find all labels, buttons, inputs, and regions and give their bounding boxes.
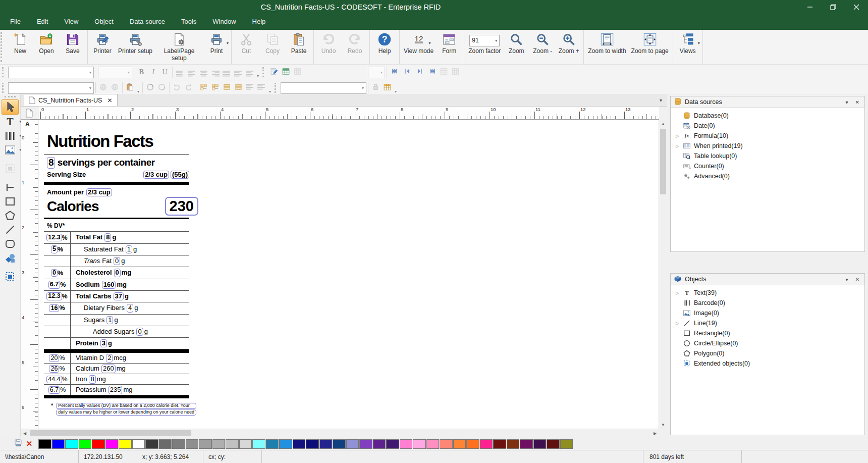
objects-item-line-19-[interactable]: ▷Line(19) <box>671 318 864 328</box>
zoom-to-width-button[interactable]: Zoom to width <box>585 31 628 56</box>
data-field[interactable]: 44.4 <box>46 376 62 384</box>
label-title[interactable]: Nutrition Facts <box>44 133 193 150</box>
edit-datasource-button[interactable] <box>268 67 280 78</box>
objects-item-rectangle-0-[interactable]: Rectangle(0) <box>671 328 864 338</box>
zoom--button[interactable]: Zoom + <box>556 31 582 56</box>
data-field[interactable]: 6.7 <box>48 281 60 289</box>
data-field[interactable]: 260 <box>101 365 116 373</box>
color-swatch[interactable] <box>400 439 413 449</box>
scroll-thumb[interactable] <box>660 129 666 194</box>
open-button[interactable]: Open <box>33 31 60 56</box>
objects-header[interactable]: Objects ▾ ✕ <box>671 274 864 285</box>
object-name-combo[interactable]: ▾ <box>8 82 94 94</box>
color-swatch[interactable] <box>480 439 493 449</box>
record-combo[interactable]: ▾ <box>368 67 385 78</box>
color-swatch[interactable] <box>440 439 453 449</box>
data-sources-item-formula-10-[interactable]: ▷fxFormula(10) <box>671 131 864 141</box>
objects-item-polygon-0-[interactable]: Polygon(0) <box>671 348 864 358</box>
color-swatch[interactable] <box>520 439 533 449</box>
align-top-button[interactable] <box>198 82 209 93</box>
data-field[interactable]: 8 <box>89 375 95 383</box>
color-swatch[interactable] <box>507 439 520 449</box>
zoom-button[interactable]: Zoom <box>503 31 529 56</box>
font-family-combo[interactable]: ▾ <box>8 67 94 78</box>
nutrient-row[interactable]: 12.3%Total Fat8g <box>44 232 189 243</box>
distribute-horizontal-button[interactable] <box>221 82 233 93</box>
color-swatch[interactable] <box>266 439 279 449</box>
toolbar-grip[interactable] <box>262 67 266 77</box>
rectangle-tool[interactable] <box>2 194 18 209</box>
nutrient-row[interactable]: Added Sugars0g <box>44 326 189 338</box>
scroll-down-icon[interactable]: ▼ <box>659 421 667 429</box>
color-swatch[interactable] <box>359 439 372 449</box>
color-swatch[interactable] <box>38 439 51 449</box>
nutrient-row[interactable]: 5%Saturated Fat1g <box>44 244 189 255</box>
toolbar-overflow-icon[interactable]: ▾ <box>257 74 259 80</box>
data-sources-item-database-0-[interactable]: Database(0) <box>671 111 864 121</box>
nutrient-row[interactable]: 12.3%Total Carbs37g <box>44 291 189 302</box>
nutrient-row[interactable]: Trans Fat0g <box>44 255 189 267</box>
data-field[interactable]: 20 <box>49 354 59 363</box>
line-tool[interactable] <box>2 180 18 194</box>
previous-record-button[interactable] <box>401 67 413 78</box>
zoom-factor-button[interactable]: 91▾Zoom factor <box>466 31 503 56</box>
minimize-button[interactable] <box>798 0 822 14</box>
color-swatch[interactable] <box>466 439 479 449</box>
expand-icon[interactable]: ▷ <box>675 291 680 295</box>
data-field[interactable]: 1 <box>106 316 113 324</box>
data-field[interactable]: 6.7 <box>48 386 60 394</box>
new-button[interactable]: New <box>7 31 33 56</box>
extended-objects-tool[interactable] <box>2 270 18 284</box>
data-field[interactable]: 2/3 cup <box>86 188 112 196</box>
color-swatch[interactable] <box>105 439 119 449</box>
color-swatch[interactable] <box>65 439 78 449</box>
data-field[interactable]: 160 <box>102 281 116 289</box>
calories-value[interactable]: 230 <box>165 197 198 216</box>
data-sources-item-when-printed-19-[interactable]: ▷When printed(19) <box>671 141 864 151</box>
panel-close-icon[interactable]: ✕ <box>853 277 861 282</box>
nutrition-label-design[interactable]: Nutrition Facts8 servings per containerS… <box>44 133 193 416</box>
data-field[interactable]: Percent Daily Values (DV) are based on a… <box>56 403 196 409</box>
paste-button[interactable]: Paste <box>286 31 312 56</box>
last-record-button[interactable] <box>426 67 438 78</box>
color-swatch[interactable] <box>453 439 466 449</box>
color-swatch[interactable] <box>279 439 292 449</box>
amount-per-line[interactable]: Amount per2/3 cup <box>44 188 193 196</box>
menu-tools[interactable]: Tools <box>173 14 204 29</box>
data-field[interactable]: 4 <box>127 304 133 312</box>
distribute-vertical-button[interactable] <box>233 82 244 93</box>
color-swatch[interactable] <box>119 439 132 449</box>
chevron-down-icon[interactable]: ▾ <box>698 41 700 45</box>
objects-item-extended-objects-0-[interactable]: Extended objects(0) <box>671 358 864 369</box>
views-button[interactable]: ▾Views <box>675 31 701 56</box>
data-field[interactable]: 2/3 cup <box>143 171 169 179</box>
expand-icon[interactable]: ▷ <box>675 321 680 326</box>
nutrient-row[interactable]: 0%Cholesterol0mg <box>44 267 189 279</box>
data-field[interactable]: 0 <box>51 269 58 277</box>
data-field[interactable]: 2 <box>106 354 113 362</box>
data-sources-item-date-0-[interactable]: Date(0) <box>671 121 864 131</box>
help-button[interactable]: ?Help <box>371 31 398 56</box>
form-button[interactable]: Form <box>436 31 462 56</box>
tab-list-icon[interactable]: ▾ <box>660 97 662 103</box>
barcode-tool[interactable]: ▾ <box>2 129 18 143</box>
menu-help[interactable]: Help <box>244 14 274 29</box>
color-swatch[interactable] <box>226 439 239 449</box>
rounded-rectangle-tool[interactable] <box>2 237 18 251</box>
toolbar-grip[interactable] <box>1 32 5 62</box>
data-field[interactable]: 26 <box>49 365 59 373</box>
color-swatch[interactable] <box>319 439 333 449</box>
objects-item-image-0-[interactable]: Image(0) <box>671 308 864 318</box>
color-swatch[interactable] <box>533 439 547 449</box>
chevron-down-icon[interactable]: ▾ <box>227 41 229 45</box>
data-sources-item-counter-0-[interactable]: 001Counter(0) <box>671 161 864 171</box>
data-field[interactable]: 235 <box>108 386 123 394</box>
paste-special-button[interactable] <box>124 82 136 93</box>
printer-button[interactable]: Printer <box>89 31 116 56</box>
color-swatch[interactable] <box>92 439 105 449</box>
panel-menu-icon[interactable]: ▾ <box>844 277 850 282</box>
color-swatch[interactable] <box>547 439 560 449</box>
color-swatch[interactable] <box>306 439 319 449</box>
toolbar-grip[interactable] <box>2 83 6 93</box>
color-swatch[interactable] <box>373 439 386 449</box>
